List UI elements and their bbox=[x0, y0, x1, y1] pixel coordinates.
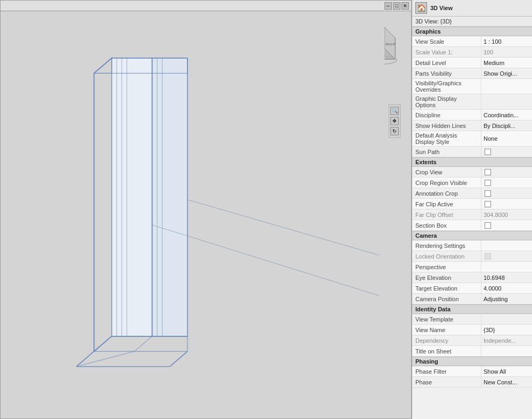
prop-far-clip-active: Far Clip Active bbox=[412, 199, 532, 210]
prop-target-elevation: Target Elevation 4.0000 bbox=[412, 283, 532, 294]
sun-path-checkbox[interactable] bbox=[485, 149, 491, 155]
main-viewport: ─ □ ✕ 3D RIGHT BACK 🔍 ✥ ↻ bbox=[0, 0, 412, 419]
section-camera[interactable]: Camera bbox=[412, 231, 532, 240]
viewport-titlebar: ─ □ ✕ bbox=[1, 1, 411, 11]
panel-header: 🏠 3D View bbox=[412, 0, 532, 17]
properties-panel: 🏠 3D View 3D View: {3D} Graphics View Sc… bbox=[412, 0, 532, 419]
prop-locked-orientation: Locked Orientation bbox=[412, 251, 532, 262]
prop-view-name: View Name {3D} bbox=[412, 325, 532, 335]
maximize-button[interactable]: □ bbox=[393, 2, 400, 10]
svg-text:RIGHT: RIGHT bbox=[386, 43, 396, 46]
prop-view-scale: View Scale 1 : 100 bbox=[412, 36, 532, 47]
prop-eye-elevation: Eye Elevation 10.6948 bbox=[412, 272, 532, 283]
prop-parts-visibility: Parts Visibility Show Origi... bbox=[412, 68, 532, 79]
prop-visibility-graphics: Visibility/Graphics Overrides bbox=[412, 79, 532, 94]
locked-orientation-checkbox[interactable] bbox=[485, 253, 491, 260]
prop-sun-path: Sun Path bbox=[412, 147, 532, 157]
prop-camera-position: Camera Position Adjusting bbox=[412, 294, 532, 304]
prop-phase-filter: Phase Filter Show All bbox=[412, 366, 532, 377]
crop-region-checkbox[interactable] bbox=[485, 180, 491, 186]
section-graphics[interactable]: Graphics bbox=[412, 27, 532, 36]
view-type-icon: 🏠 bbox=[415, 2, 427, 14]
crop-view-checkbox[interactable] bbox=[485, 169, 491, 175]
svg-marker-12 bbox=[112, 58, 152, 336]
prop-far-clip-offset: Far Clip Offset 304.8000 bbox=[412, 210, 532, 220]
prop-crop-view: Crop View bbox=[412, 167, 532, 178]
close-button[interactable]: ✕ bbox=[402, 2, 409, 10]
prop-annotation-crop: Annotation Crop bbox=[412, 188, 532, 199]
prop-crop-region-visible: Crop Region Visible bbox=[412, 178, 532, 188]
prop-graphic-display: Graphic Display Options bbox=[412, 94, 532, 110]
prop-dependency: Dependency Independe... bbox=[412, 335, 532, 346]
section-box-checkbox[interactable] bbox=[485, 222, 491, 229]
prop-title-on-sheet: Title on Sheet bbox=[412, 346, 532, 357]
prop-discipline: Discipline Coordinatin... bbox=[412, 110, 532, 120]
orbit-nav-button[interactable]: ↻ bbox=[390, 127, 399, 135]
panel-title: 3D View bbox=[430, 5, 453, 11]
nav-panel: 🔍 ✥ ↻ bbox=[389, 104, 400, 138]
prop-section-box: Section Box bbox=[412, 220, 532, 231]
section-extents[interactable]: Extents bbox=[412, 157, 532, 167]
prop-phase: Phase New Const... bbox=[412, 377, 532, 388]
pan-nav-button[interactable]: ✥ bbox=[390, 117, 399, 125]
prop-scale-value: Scale Value 1: 100 bbox=[412, 47, 532, 58]
prop-analysis-display: Default Analysis Display Style None bbox=[412, 131, 532, 147]
svg-marker-13 bbox=[152, 58, 187, 336]
prop-perspective: Perspective bbox=[412, 262, 532, 272]
section-phasing[interactable]: Phasing bbox=[412, 357, 532, 366]
far-clip-active-checkbox[interactable] bbox=[485, 201, 491, 207]
zoom-nav-button[interactable]: 🔍 bbox=[390, 107, 399, 115]
prop-rendering-settings: Rendering Settings bbox=[412, 240, 532, 251]
prop-detail-level: Detail Level Medium bbox=[412, 58, 532, 68]
prop-view-template: View Template bbox=[412, 314, 532, 325]
prop-show-hidden-lines: Show Hidden Lines By Discipli... bbox=[412, 120, 532, 131]
section-identity-data[interactable]: Identity Data bbox=[412, 304, 532, 314]
drawing-area[interactable] bbox=[1, 11, 384, 418]
annotation-crop-checkbox[interactable] bbox=[485, 190, 491, 197]
svg-rect-10 bbox=[1, 23, 384, 407]
minimize-button[interactable]: ─ bbox=[384, 2, 392, 10]
view-label: 3D View: {3D} bbox=[412, 17, 532, 27]
